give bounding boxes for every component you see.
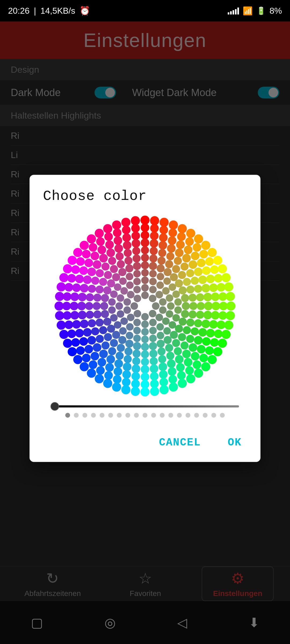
svg-point-303 [71,338,80,347]
svg-point-241 [168,367,176,376]
time: 20:26 [8,6,30,16]
svg-point-350 [121,385,130,394]
svg-point-105 [178,271,186,279]
svg-point-255 [70,311,79,320]
svg-point-284 [214,330,223,338]
svg-point-249 [97,358,106,367]
svg-point-93 [101,294,109,302]
svg-point-171 [102,262,110,270]
svg-point-132 [110,265,118,273]
svg-point-331 [222,273,231,282]
svg-point-122 [110,339,118,347]
svg-point-343 [186,374,195,383]
network-speed: 14,5KB/s [40,6,75,16]
svg-point-56 [133,335,141,342]
svg-point-100 [141,254,149,262]
brightness-slider-track[interactable] [51,405,239,408]
ok-button[interactable]: OK [222,434,247,451]
svg-point-165 [86,311,94,319]
svg-point-174 [124,249,132,257]
svg-point-316 [104,232,113,241]
pagination-dot [211,413,216,418]
svg-point-91 [101,310,109,318]
svg-point-69 [149,262,157,270]
svg-point-155 [150,357,158,365]
svg-point-125 [96,319,104,327]
svg-point-129 [96,286,104,294]
svg-point-254 [72,320,81,329]
battery-icon: 🔋 [256,6,266,15]
svg-point-108 [189,294,197,302]
pagination-dot [168,413,173,418]
svg-point-291 [169,375,177,384]
svg-point-287 [200,354,208,362]
svg-point-264 [105,240,114,249]
svg-point-197 [150,364,158,373]
svg-point-230 [209,283,218,292]
svg-point-104 [172,265,180,273]
svg-point-169 [91,277,99,285]
svg-point-286 [205,346,214,355]
brightness-slider-thumb[interactable] [50,402,59,411]
pagination-dot [203,413,208,418]
svg-point-283 [217,320,226,329]
svg-point-317 [113,229,122,237]
svg-point-13 [155,314,163,321]
pagination-dot [151,413,156,418]
svg-point-337 [222,330,231,339]
svg-point-242 [159,370,168,379]
pagination-dot [160,413,165,418]
svg-point-35 [120,317,128,325]
svg-point-265 [114,236,122,245]
svg-point-188 [204,311,212,319]
svg-point-367 [68,256,77,265]
svg-point-334 [226,302,235,311]
svg-point-370 [87,234,96,243]
svg-point-14 [149,319,157,326]
svg-point-101 [149,254,157,262]
svg-point-228 [202,266,211,275]
svg-point-73 [175,279,183,287]
svg-point-170 [96,269,104,277]
svg-point-24 [156,281,164,289]
svg-point-178 [159,241,167,250]
cancel-button[interactable]: CANCEL [154,434,206,451]
svg-point-243 [150,372,159,380]
svg-point-103 [165,260,173,268]
svg-point-355 [80,362,89,371]
svg-point-31 [149,327,157,334]
svg-point-336 [224,321,233,330]
svg-point-162 [96,335,104,343]
svg-point-311 [71,265,80,274]
svg-point-346 [160,385,169,394]
svg-point-207 [80,320,89,328]
svg-point-113 [178,333,186,341]
svg-point-373 [112,221,121,230]
svg-point-235 [206,329,215,338]
svg-point-81 [164,336,172,344]
svg-point-239 [184,358,193,367]
svg-point-58 [119,327,127,335]
wifi-icon: 📶 [243,6,253,16]
svg-point-78 [179,318,187,326]
color-wheel[interactable] [54,215,236,397]
brightness-slider-container[interactable] [43,405,247,408]
pagination-dot [220,413,225,418]
svg-point-206 [83,328,92,337]
svg-point-149 [191,327,199,335]
dialog-title: Choose color [43,188,247,204]
svg-point-153 [166,352,174,360]
svg-point-10 [155,291,163,298]
svg-point-326 [194,234,203,243]
svg-point-236 [202,337,211,346]
color-wheel-container[interactable] [43,215,247,397]
svg-point-52 [163,327,171,335]
svg-point-28 [166,310,173,318]
svg-point-223 [168,236,176,245]
svg-point-340 [208,355,217,364]
svg-point-344 [178,379,187,388]
svg-point-364 [57,282,66,291]
svg-point-150 [186,335,194,343]
svg-point-49 [174,306,182,314]
svg-point-211 [80,284,89,292]
